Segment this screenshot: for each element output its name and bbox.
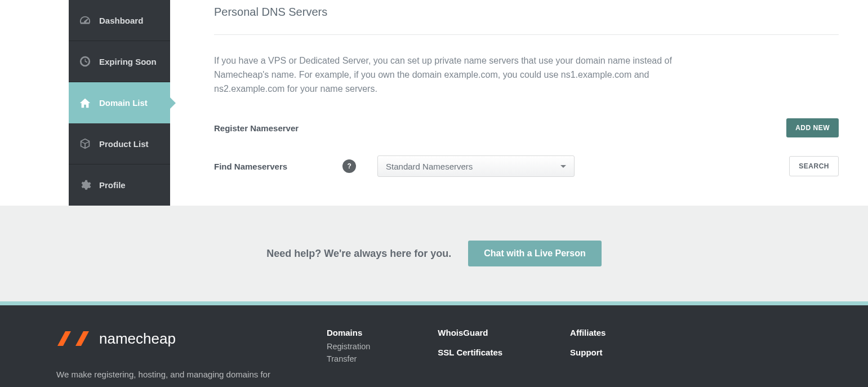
footer-heading: WhoisGuard bbox=[438, 328, 502, 337]
nameservers-dropdown[interactable]: Standard Nameservers bbox=[377, 155, 575, 177]
footer-tagline: We make registering, hosting, and managi… bbox=[56, 370, 270, 379]
sidebar-item-label: Dashboard bbox=[99, 16, 143, 25]
register-nameserver-label: Register Nameserver bbox=[214, 123, 299, 133]
search-button[interactable]: SEARCH bbox=[789, 156, 839, 176]
sidebar-item-label: Profile bbox=[99, 180, 126, 190]
sidebar-item-product-list[interactable]: Product List bbox=[69, 123, 170, 164]
footer: namecheap We make registering, hosting, … bbox=[0, 305, 868, 387]
footer-col-affiliates: Affiliates Support bbox=[570, 328, 606, 379]
footer-heading: Support bbox=[570, 348, 606, 357]
box-icon bbox=[79, 137, 91, 150]
chat-button[interactable]: Chat with a Live Person bbox=[468, 241, 601, 266]
page-description: If you have a VPS or Dedicated Server, y… bbox=[214, 54, 676, 96]
divider bbox=[214, 34, 839, 35]
sidebar-item-label: Expiring Soon bbox=[99, 57, 157, 66]
footer-heading: SSL Certificates bbox=[438, 348, 502, 357]
help-icon[interactable]: ? bbox=[342, 159, 356, 173]
clock-icon bbox=[79, 55, 91, 68]
brand-name: namecheap bbox=[99, 330, 176, 348]
sidebar-item-dashboard[interactable]: Dashboard bbox=[69, 0, 170, 41]
sidebar: Dashboard Expiring Soon Domain List Prod… bbox=[69, 0, 170, 206]
footer-link-transfer[interactable]: Transfer bbox=[327, 354, 370, 363]
namecheap-logo-icon bbox=[56, 328, 90, 349]
help-bar: Need help? We're always here for you. Ch… bbox=[0, 206, 868, 301]
find-nameservers-label: Find Nameservers bbox=[214, 162, 287, 171]
sidebar-item-label: Product List bbox=[99, 139, 149, 149]
sidebar-item-label: Domain List bbox=[99, 98, 148, 108]
footer-heading: Affiliates bbox=[570, 328, 606, 337]
sidebar-item-profile[interactable]: Profile bbox=[69, 164, 170, 206]
dropdown-value: Standard Nameservers bbox=[386, 162, 473, 171]
footer-link-registration[interactable]: Registration bbox=[327, 342, 370, 351]
sidebar-item-domain-list[interactable]: Domain List bbox=[69, 82, 170, 123]
chevron-down-icon bbox=[560, 165, 566, 171]
main-panel: Personal DNS Servers If you have a VPS o… bbox=[170, 0, 868, 206]
brand: namecheap bbox=[56, 328, 270, 349]
footer-col-whoisguard: WhoisGuard SSL Certificates bbox=[438, 328, 502, 379]
footer-heading: Domains bbox=[327, 328, 370, 337]
add-new-button[interactable]: ADD NEW bbox=[786, 118, 839, 137]
page-title: Personal DNS Servers bbox=[214, 6, 839, 19]
gauge-icon bbox=[79, 14, 91, 26]
sidebar-item-expiring[interactable]: Expiring Soon bbox=[69, 41, 170, 82]
footer-col-domains: Domains Registration Transfer bbox=[327, 328, 370, 379]
help-text: Need help? We're always here for you. bbox=[266, 248, 451, 260]
gear-icon bbox=[79, 179, 91, 192]
footer-accent-strip bbox=[0, 301, 868, 305]
home-icon bbox=[79, 97, 91, 109]
